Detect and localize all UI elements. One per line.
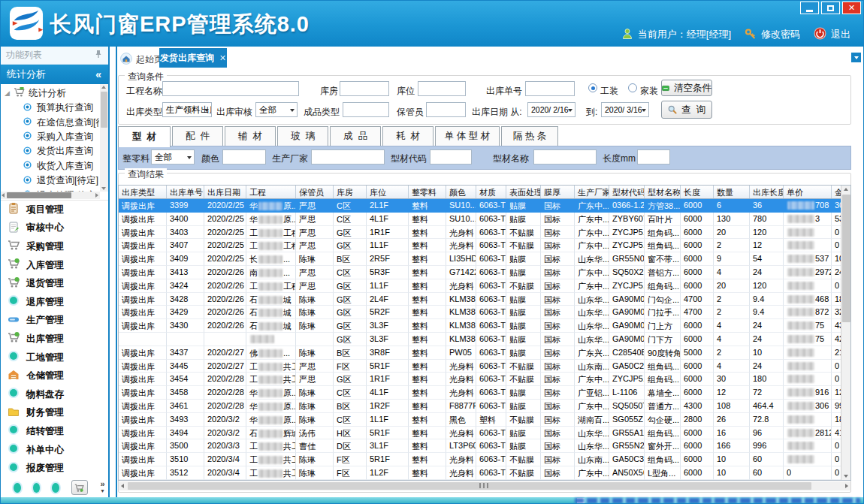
column-header[interactable]: 单价 — [784, 186, 832, 198]
table-horizontal-scrollbar[interactable] — [119, 481, 850, 490]
table-row[interactable]: 调拨出库35002020/3/3工共工程曹佳D区3L1F整料LT3P606063… — [119, 439, 851, 453]
material-tab[interactable]: 隔 热 条 — [501, 126, 558, 146]
tab-active[interactable]: 发货出库查询 ✕ — [159, 48, 227, 68]
tab-close-icon[interactable]: ✕ — [219, 53, 226, 63]
table-row[interactable]: 调拨出库34032020/2/25工工程严思G区1R1F整料光身料6063-T5… — [119, 226, 851, 240]
color-input[interactable] — [222, 149, 266, 164]
whole-select[interactable]: 全部 — [151, 149, 195, 164]
table-row[interactable]: 调拨出库34092020/2/25长...陈琳B区2R5F整料LI35HD606… — [119, 252, 851, 266]
column-header[interactable]: 型材代码 — [609, 186, 645, 198]
column-header[interactable]: 型材名称 — [645, 186, 681, 198]
table-row[interactable]: 调拨出库34072020/2/25工工程严思G区1L1F整料光身料6063-T5… — [119, 239, 851, 252]
sidebar-item[interactable]: 补单中心 — [0, 441, 108, 460]
module-dot-icon[interactable] — [14, 483, 21, 493]
column-header[interactable]: 工程 — [246, 186, 296, 198]
table-row[interactable]: 调拨出库34282020/2/26石城陈琳G区2L4F整料KLM38176063… — [119, 293, 851, 306]
out-type-select[interactable]: 生产领料出库 — [162, 102, 212, 117]
sidebar-item[interactable]: 审核中心 — [0, 219, 108, 238]
column-header[interactable]: 库位 — [367, 186, 409, 198]
table-row[interactable]: 调拨出库34242020/2/26工工程严思G区1L1F整料光身料6063-T5… — [119, 279, 851, 293]
product-type-input[interactable] — [343, 102, 389, 117]
material-tab[interactable]: 玻 璃 — [277, 126, 328, 146]
tab-home[interactable]: 起始页 — [120, 51, 163, 68]
table-row[interactable]: 调拨出库34132020/2/26南...严思C区5R3F整料G71422606… — [119, 266, 851, 279]
column-header[interactable]: 数量 — [714, 186, 750, 198]
column-header[interactable]: 长度 — [681, 186, 714, 198]
material-tab[interactable]: 耗 材 — [382, 126, 434, 146]
change-password-button[interactable]: 修改密码 — [745, 28, 800, 42]
column-header[interactable]: 表面处理 — [506, 186, 541, 198]
table-row[interactable]: 调拨出库34372020/2/27佛...陈琳B区3R8F整料PW056063-… — [119, 346, 851, 360]
tab-overflow-button[interactable] — [851, 53, 861, 62]
module-dot-icon[interactable] — [52, 483, 59, 493]
maximize-button[interactable] — [821, 2, 840, 14]
tree-horizontal-scrollbar[interactable] — [0, 192, 100, 199]
tree-item[interactable]: 收货入库查询 — [2, 159, 99, 174]
table-row[interactable]: 调拨出库34002020/2/25华原...严思C区4L1F整料SU10...6… — [119, 213, 851, 226]
sidebar-item[interactable]: 出库管理 — [0, 330, 108, 349]
table-row[interactable]: 调拨出库34932020/3/2华原...陈琳C区1L1F整料黑色塑料不贴膜国标… — [119, 413, 851, 427]
table-row[interactable]: 调拨出库34942020/3/2石辉城汤伟H区5R1F整料光身料6063-T5贴… — [119, 427, 851, 440]
column-header[interactable]: 材质 — [476, 186, 506, 198]
table-row[interactable]: 调拨出库34292020/2/26石城陈琳G区5R2F整料KLM38176063… — [119, 306, 851, 319]
table-row[interactable]: 调拨出库34302020/2/26石城陈琳G区3L3F整料KLM38176063… — [119, 319, 851, 333]
material-tab[interactable]: 单 体 型 材 — [435, 126, 500, 146]
overflow-chevron[interactable]: »▼ — [100, 481, 105, 494]
location-input[interactable] — [418, 81, 466, 96]
sidebar-item[interactable]: 工地管理 — [0, 349, 108, 367]
column-header[interactable]: 膜厚 — [541, 186, 575, 198]
table-row[interactable]: 调拨出库34452020/2/27工共工程严思F区5R1F整料光身料6063-T… — [119, 360, 851, 373]
sidebar-item[interactable]: 生产管理 — [0, 312, 108, 330]
sidebar-item[interactable]: 财务管理 — [0, 404, 108, 423]
sidebar-item[interactable]: 项目管理 — [0, 201, 108, 219]
sidebar-item[interactable]: 仓储管理 — [0, 367, 108, 385]
sidebar-item[interactable]: 退库管理 — [0, 293, 108, 312]
order-no-input[interactable] — [525, 81, 575, 96]
sidebar-item[interactable]: 物料盘存 — [0, 385, 108, 404]
expand-icon[interactable]: ◢ — [5, 89, 10, 97]
tree-item[interactable]: 在途信息查询[待 — [2, 115, 99, 129]
date-to-select[interactable]: 2020/ 3/16 — [601, 102, 649, 117]
column-header[interactable]: 生产厂家 — [575, 186, 609, 198]
cart-module-button[interactable] — [71, 480, 89, 495]
table-row[interactable]: 调拨出库34542020/2/28工共工程严思G区1R1F整料光身料6063-T… — [119, 373, 851, 386]
tree-vertical-scrollbar[interactable] — [100, 84, 108, 192]
column-header[interactable]: 保管员 — [296, 186, 334, 198]
collapse-icon[interactable]: « — [95, 68, 101, 80]
date-from-select[interactable]: 2020/ 2/16 — [527, 102, 575, 117]
column-header[interactable]: 出库类型 — [119, 186, 167, 198]
tree-item[interactable]: 采购入库查询 — [2, 130, 99, 144]
material-tab[interactable]: 成 品 — [330, 126, 381, 146]
column-header[interactable]: 出库长度 — [750, 186, 784, 198]
table-row[interactable]: G区3L3F整料KLM38176063-T5贴膜国标山东华...GA90M09.… — [119, 333, 851, 346]
sidebar-item[interactable]: 报废管理 — [0, 459, 108, 478]
project-input[interactable] — [162, 81, 299, 96]
table-row[interactable]: 调拨出库34612020/2/28华原...陈琳B区1R2F整料F8877FT6… — [119, 400, 851, 413]
column-header[interactable]: 出库单号 — [167, 186, 204, 198]
logout-button[interactable]: 退出 — [814, 27, 850, 42]
table-row[interactable]: 调拨出库35122020/3/4工共工程陈琳F区1L2F整料光身料6063-T5… — [119, 466, 851, 480]
column-header[interactable]: 整零料 — [409, 186, 446, 198]
column-header[interactable]: 颜色 — [446, 186, 476, 198]
close-button[interactable]: ✕ — [842, 2, 861, 14]
radio-jiazhuang[interactable] — [628, 83, 637, 92]
length-input[interactable] — [637, 149, 670, 164]
manufacturer-input[interactable] — [311, 149, 385, 164]
pin-icon[interactable] — [95, 50, 102, 61]
warehouse-input[interactable] — [340, 81, 389, 96]
table-row[interactable]: 调拨出库33992020/2/25华原...严思C区2L1F整料SU10...6… — [119, 199, 851, 213]
tree-item[interactable]: 退货查询[待定] — [2, 174, 99, 188]
material-tab[interactable]: 辅 材 — [225, 126, 276, 146]
tree-root[interactable]: ◢ 统计分析 — [2, 86, 99, 101]
name-input[interactable] — [533, 149, 597, 164]
sidebar-item[interactable]: 结转管理 — [0, 422, 108, 441]
minimize-button[interactable] — [800, 2, 819, 14]
table-vertical-scrollbar[interactable] — [841, 186, 850, 480]
clear-conditions-button[interactable]: 清空条件 — [661, 80, 712, 96]
sidebar-item[interactable]: 退货管理 — [0, 274, 108, 293]
material-tab[interactable]: 型 材 — [118, 126, 171, 147]
material-tab[interactable]: 配 件 — [172, 126, 223, 146]
code-input[interactable] — [430, 149, 472, 164]
sidebar-item[interactable]: 入库管理 — [0, 256, 108, 275]
sidebar-item[interactable]: 采购管理 — [0, 237, 108, 256]
